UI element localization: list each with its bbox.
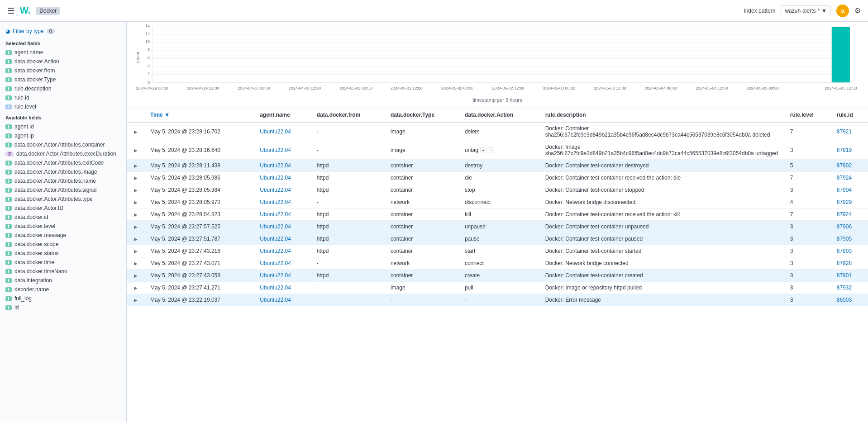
available-field-item[interactable]: tdata.docker.Actor.Attributes.exitCode [0, 158, 126, 167]
available-field-item[interactable]: tdata.docker.Actor.Attributes.name [0, 176, 126, 185]
available-field-item[interactable]: tdata.docker.Actor.ID [0, 204, 126, 213]
rule-id-link[interactable]: 87905 [837, 236, 852, 242]
index-pattern-select[interactable]: wazuh-alerts-* ▼ [781, 5, 831, 16]
docker-type-cell: image [385, 141, 459, 160]
available-field-item[interactable]: ⏱data.docker.Actor.Attributes.execDurati… [0, 149, 126, 158]
available-field-item[interactable]: tdata.docker.Actor.Attributes.container [0, 140, 126, 149]
agent-link[interactable]: Ubuntu22.04 [260, 199, 291, 205]
expand-button[interactable]: ▶ [132, 237, 139, 242]
expand-button[interactable]: ▶ [132, 200, 139, 205]
available-field-item[interactable]: tid [0, 303, 126, 312]
field-name: data.docker.Actor.Attributes.exitCode [14, 160, 104, 166]
selected-field-item[interactable]: tdata.docker.from [0, 66, 126, 75]
available-field-item[interactable]: tdata.docker.Actor.Attributes.image [0, 167, 126, 176]
available-field-item[interactable]: tdata.integration [0, 276, 126, 285]
svg-text:2024-05-05 00:00: 2024-05-05 00:00 [747, 86, 779, 90]
selected-field-item[interactable]: #rule.level [0, 102, 126, 111]
rule-id-link[interactable]: 87932 [837, 284, 852, 291]
agent-link[interactable]: Ubuntu22.04 [260, 272, 291, 279]
docker-action-cell: pull [459, 282, 540, 294]
docker-type-cell: network [385, 257, 459, 270]
remove-filter-icon[interactable]: - [488, 147, 493, 153]
svg-text:6: 6 [148, 55, 150, 60]
selected-field-item[interactable]: tdata.docker.Type [0, 75, 126, 84]
available-field-item[interactable]: tdata.docker.time [0, 258, 126, 267]
rule-id-link[interactable]: 87903 [837, 248, 852, 254]
agent-link[interactable]: Ubuntu22.04 [260, 248, 291, 254]
time-cell: May 5, 2024 @ 23:27:51.787 [145, 233, 254, 245]
expand-button[interactable]: ▶ [132, 212, 139, 217]
rule-id-link[interactable]: 87904 [837, 187, 852, 193]
rule-id-link[interactable]: 87924 [837, 211, 852, 218]
rule-id-link[interactable]: 87906 [837, 223, 852, 230]
field-name: data.docker.Actor.Attributes.image [14, 169, 97, 175]
available-field-item[interactable]: tdata.docker.scope [0, 240, 126, 249]
rule-id-link[interactable]: 87924 [837, 175, 852, 181]
agent-link[interactable]: Ubuntu22.04 [260, 162, 291, 169]
settings-icon[interactable]: ⚙ [854, 6, 861, 15]
available-field-item[interactable]: tdata.docker.Actor.Attributes.type [0, 194, 126, 204]
available-field-item[interactable]: tagent.ip [0, 131, 126, 140]
agent-link[interactable]: Ubuntu22.04 [260, 175, 291, 181]
selected-field-item[interactable]: tagent.name [0, 48, 126, 57]
available-field-item[interactable]: tagent.id [0, 122, 126, 131]
rule-id-link[interactable]: 87929 [837, 199, 852, 205]
expand-button[interactable]: ▶ [132, 249, 139, 254]
agent-link[interactable]: Ubuntu22.04 [260, 211, 291, 218]
expand-button[interactable]: ▶ [132, 129, 139, 134]
expand-button[interactable]: ▶ [132, 163, 139, 168]
agent-link[interactable]: Ubuntu22.04 [260, 147, 291, 153]
expand-button[interactable]: ▶ [132, 224, 139, 229]
table-row: ▶ May 5, 2024 @ 23:27:51.787 Ubuntu22.04… [127, 233, 868, 245]
expand-button[interactable]: ▶ [132, 285, 139, 290]
expand-button[interactable]: ▶ [132, 261, 139, 266]
user-avatar[interactable]: a [836, 5, 849, 17]
filter-by-type-button[interactable]: ◕ Filter by type 0 [0, 25, 126, 37]
agent-link[interactable]: Ubuntu22.04 [260, 128, 291, 135]
available-field-item[interactable]: tdata.docker.status [0, 249, 126, 258]
svg-text:0: 0 [148, 80, 150, 85]
chart-svg: 0 2 4 6 8 10 [134, 22, 861, 94]
agent-link[interactable]: Ubuntu22.04 [260, 236, 291, 242]
menu-icon[interactable]: ☰ [7, 6, 14, 16]
expand-button[interactable]: ▶ [132, 148, 139, 153]
add-filter-icon[interactable]: + [480, 147, 486, 153]
available-field-item[interactable]: tdata.docker.timeNano [0, 267, 126, 276]
selected-field-item[interactable]: tdata.docker.Action [0, 57, 126, 66]
data-table: Time ▼ agent.name data.docker.from data.… [127, 108, 868, 422]
filter-icon: ◕ [5, 28, 10, 34]
rule-id-col-header: rule.id [831, 108, 868, 122]
docker-action-cell: die [459, 172, 540, 184]
rule-id-link[interactable]: 86003 [837, 297, 852, 303]
selected-field-item[interactable]: trule.id [0, 93, 126, 102]
agent-link[interactable]: Ubuntu22.04 [260, 297, 291, 303]
table-row: ▶ May 5, 2024 @ 23:28:05.970 Ubuntu22.04… [127, 196, 868, 209]
rule-id-link[interactable]: 87901 [837, 272, 852, 279]
rule-id-link[interactable]: 87921 [837, 128, 852, 135]
expand-button[interactable]: ▶ [132, 175, 139, 180]
selected-field-item[interactable]: trule.description [0, 84, 126, 93]
available-field-item[interactable]: tfull_log [0, 294, 126, 303]
expand-button[interactable]: ▶ [132, 188, 139, 193]
agent-link[interactable]: Ubuntu22.04 [260, 187, 291, 193]
rule-id-link[interactable]: 87902 [837, 162, 852, 169]
rule-id-cell: 87924 [831, 172, 868, 184]
agent-name-col-header: agent.name [254, 108, 311, 122]
available-field-item[interactable]: tdata.docker.id [0, 213, 126, 222]
agent-link[interactable]: Ubuntu22.04 [260, 260, 291, 266]
expand-button[interactable]: ▶ [132, 298, 139, 303]
agent-name-cell: Ubuntu22.04 [254, 172, 311, 184]
rule-id-link[interactable]: 87919 [837, 147, 852, 153]
available-field-item[interactable]: tdata.docker.message [0, 231, 126, 240]
docker-type-cell: image [385, 122, 459, 141]
rule-description-cell: Docker: Container test-container stopped [540, 184, 785, 196]
expand-button[interactable]: ▶ [132, 273, 139, 278]
rule-id-link[interactable]: 87928 [837, 260, 852, 266]
available-field-item[interactable]: tdata.docker.Actor.Attributes.signal [0, 185, 126, 194]
time-column-header[interactable]: Time ▼ [145, 108, 254, 122]
available-field-item[interactable]: tdecoder.name [0, 285, 126, 294]
agent-link[interactable]: Ubuntu22.04 [260, 284, 291, 291]
agent-link[interactable]: Ubuntu22.04 [260, 223, 291, 230]
available-field-item[interactable]: tdata.docker.level [0, 222, 126, 231]
time-cell: May 5, 2024 @ 23:27:43.216 [145, 245, 254, 257]
